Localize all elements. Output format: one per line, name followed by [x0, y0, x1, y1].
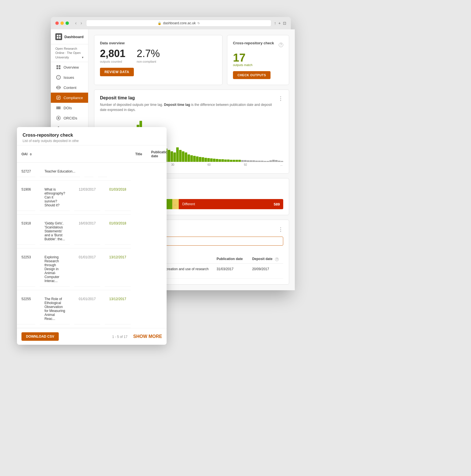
different-value: 589 — [274, 202, 280, 206]
sidebar-item-compliance[interactable]: Compliance — [51, 93, 88, 103]
cross-repo-help-icon[interactable]: ? — [279, 43, 283, 47]
chart-bar-34 — [196, 156, 199, 162]
new-tab-icon[interactable]: + — [278, 21, 281, 25]
sidebar-logo: Dashboard — [51, 29, 88, 44]
svg-rect-4 — [56, 65, 58, 67]
panel-subtitle: List of early outputs deposited in othe — [23, 139, 161, 143]
back-button[interactable]: ‹ — [74, 20, 78, 26]
row-pub-date-51906: 12/03/2017 — [74, 184, 100, 211]
svg-rect-0 — [57, 35, 58, 36]
svg-rect-13 — [56, 106, 58, 109]
th-title: Title — [131, 145, 147, 163]
row-deposit-date-51918: 01/03/2018 — [105, 218, 131, 245]
sidebar-item-dois[interactable]: DOIs — [51, 103, 88, 113]
table-row: 52255 The Role of Ethological Observatio… — [17, 290, 131, 328]
chart-bar-41 — [216, 159, 218, 162]
sidebar-institution: Open Research Online · The Open Universi… — [51, 44, 88, 62]
chart-bar-55 — [255, 161, 258, 162]
svg-rect-5 — [59, 65, 60, 67]
table-row: 51918 'Giddy Girls', 'Scandalous Stateme… — [17, 215, 131, 248]
cross-repo-card: Cross-repository check ? 17 outputs matc… — [227, 35, 289, 85]
deposit-dates-more-icon[interactable]: ⋮ — [278, 226, 283, 233]
sidebar-item-orcids[interactable]: ORCIDs — [51, 113, 88, 123]
address-bar[interactable]: 🔒 dashboard.core.ac.uk ↻ — [86, 20, 271, 27]
svg-rect-1 — [59, 35, 61, 36]
copy-icon[interactable]: ⊡ — [283, 21, 286, 25]
table-row: 51906 What is ethnography? Can it surviv… — [17, 181, 131, 215]
chart-bar-40 — [213, 159, 215, 162]
panel-table: OAI Title Publication date Date in CORE … — [17, 145, 167, 328]
close-button[interactable] — [55, 21, 59, 25]
pagination-area: 1 - 5 of 17 SHOW MORE — [112, 334, 162, 339]
chart-bar-62 — [275, 160, 278, 162]
sidebar-label-issues: Issues — [64, 75, 74, 80]
row-oai-52727: 52727 — [17, 166, 35, 177]
forward-button[interactable]: › — [79, 20, 83, 26]
download-csv-button[interactable]: DOWNLOAD CSV — [21, 332, 59, 341]
share-icon[interactable]: ↑ — [274, 21, 276, 25]
svg-rect-2 — [57, 37, 58, 39]
dropdown-icon[interactable]: ▾ — [82, 55, 84, 60]
chart-bar-29 — [182, 151, 184, 162]
row-oai-52253: 52253 — [17, 252, 35, 287]
chart-bar-33 — [193, 156, 196, 162]
row-deposit-date-52255: 13/12/2017 — [105, 294, 131, 324]
sidebar-label-content: Content — [64, 86, 77, 90]
dashboard-logo-icon — [55, 33, 62, 40]
chart-bar-39 — [210, 158, 213, 162]
table-row: 52253 Exploring Research through Design … — [17, 248, 131, 290]
outputs-label: outputs counted — [100, 60, 125, 63]
sort-icon[interactable] — [30, 153, 32, 156]
data-overview-stats: 2,801 outputs counted 2.7% non-compliant — [100, 49, 217, 63]
row-title-52253: Exploring Research through Design in Ani… — [40, 252, 69, 287]
cross-repo-number: 17 — [233, 52, 283, 63]
show-more-link[interactable]: SHOW MORE — [133, 334, 162, 339]
maximize-button[interactable] — [66, 21, 69, 25]
row-pub-date: 31/03/2017 — [217, 267, 248, 275]
chart-subtitle: Number of deposited outputs per time lag… — [100, 102, 278, 112]
sidebar-item-issues[interactable]: ! Issues — [51, 72, 88, 82]
data-overview-card: Data overview 2,801 outputs counted 2.7%… — [94, 35, 223, 85]
dots-label: ... — [174, 203, 176, 206]
chart-bar-43 — [221, 159, 224, 162]
check-outputs-button[interactable]: CHECK OUTPUTS — [233, 71, 271, 79]
row-deposit-date-52727 — [98, 166, 107, 177]
browser-actions: ↑ + ⊡ — [274, 21, 286, 25]
row-pub-date-52253: 01/01/2017 — [74, 252, 100, 287]
chart-bar-57 — [261, 161, 263, 162]
sidebar-item-overview[interactable]: Overview — [51, 62, 88, 72]
chart-bar-32 — [190, 155, 193, 162]
chart-bar-28 — [179, 150, 182, 162]
row-oai-52255: 52255 — [17, 294, 35, 324]
row-title-52727: Teacher Education... — [40, 166, 80, 177]
percent-value: 2.7% — [137, 49, 160, 59]
chart-more-icon[interactable]: ⋮ — [278, 95, 283, 102]
chart-label-60: 60 — [208, 163, 211, 166]
pub-bar-different: Different 589 — [179, 199, 283, 209]
svg-text:!: ! — [58, 76, 59, 79]
svg-rect-15 — [59, 106, 60, 109]
col-header-dep-date: Deposit date ? — [252, 257, 283, 261]
minimize-button[interactable] — [60, 21, 64, 25]
chart-bar-38 — [207, 158, 210, 162]
browser-nav: ‹ › — [74, 20, 83, 26]
review-data-button[interactable]: REVIEW DATA — [100, 68, 134, 76]
dep-date-help-icon[interactable]: ? — [275, 257, 279, 261]
outputs-count: 2,801 — [100, 49, 125, 59]
chart-bar-61 — [272, 160, 275, 162]
chart-bar-36 — [202, 157, 204, 162]
sidebar-label-compliance: Compliance — [64, 96, 83, 100]
svg-rect-14 — [58, 106, 59, 109]
svg-rect-6 — [56, 67, 58, 69]
cards-row: Data overview 2,801 outputs counted 2.7%… — [94, 35, 289, 85]
panel-title: Cross-repository check — [23, 133, 161, 138]
sidebar-label-dois: DOIs — [64, 106, 72, 110]
row-title-51918: 'Giddy Girls', 'Scandalous Statements' a… — [40, 218, 69, 245]
chart-bar-42 — [219, 159, 221, 162]
content-icon — [56, 85, 61, 90]
row-pub-date-52727 — [84, 166, 93, 177]
sidebar-item-content[interactable]: Content — [51, 82, 88, 93]
svg-rect-3 — [59, 37, 61, 39]
table-row: 52727 Teacher Education... — [17, 163, 131, 181]
chart-bar-64 — [281, 161, 283, 162]
